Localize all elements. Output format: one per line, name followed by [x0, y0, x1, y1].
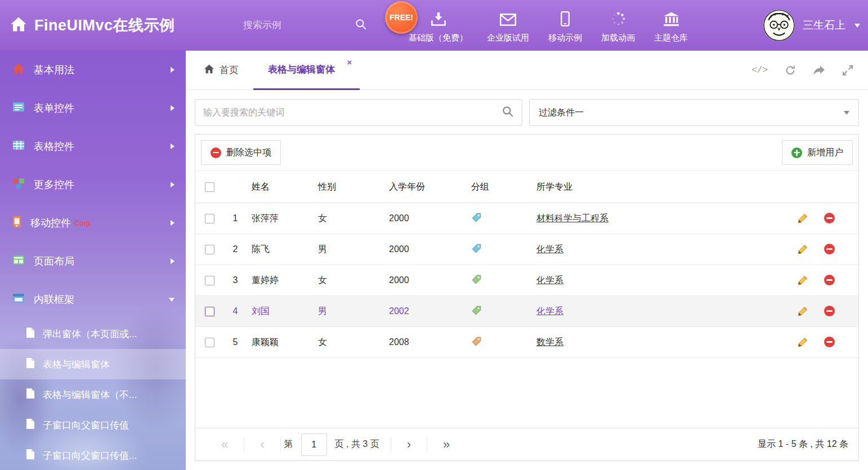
row-number: 1: [223, 213, 247, 223]
top-search-input[interactable]: [243, 20, 322, 31]
sidebar-item-page-layout[interactable]: 页面布局: [0, 242, 186, 280]
nav-item-label: 基础版（免费）: [409, 33, 468, 43]
column-header-group: 分组: [467, 181, 532, 193]
app-window: FineUIMvc在线示例 FREE! 基础版（免费） 企业版试用: [0, 0, 868, 470]
major-link[interactable]: 化学系: [536, 275, 563, 285]
delete-selected-button[interactable]: 删除选中项: [201, 140, 281, 165]
column-header-gender: 性别: [314, 181, 384, 193]
prev-page-button[interactable]: ‹: [244, 438, 280, 451]
sidebar-subitem-child-to-parent-2[interactable]: 子窗口向父窗口传值...: [0, 440, 186, 470]
edit-icon[interactable]: [797, 306, 808, 317]
delete-icon[interactable]: [824, 213, 835, 224]
major-link[interactable]: 材料科学与工程系: [536, 213, 609, 223]
sidebar-subitem-child-to-parent[interactable]: 子窗口向父窗口传值: [0, 410, 186, 440]
major-link[interactable]: 化学系: [536, 306, 563, 316]
layout-icon: [12, 254, 25, 268]
filter-row: 过滤条件一: [195, 99, 859, 126]
filter-dropdown[interactable]: 过滤条件一: [529, 99, 859, 126]
add-user-button[interactable]: 新增用户: [782, 140, 853, 165]
delete-icon[interactable]: [824, 306, 835, 317]
table-row[interactable]: 5 康颖颖 女 2008 数学系: [195, 327, 858, 358]
table-row[interactable]: 2 陈飞 男 2000 化学系: [195, 234, 858, 265]
chevron-right-icon: [171, 67, 175, 73]
sidebar-item-form-controls[interactable]: 表单控件: [0, 89, 186, 127]
sidebar-subitem-grid-edit-window-2[interactable]: 表格与编辑窗体（不...: [0, 379, 186, 410]
tab-grid-edit-window[interactable]: 表格与编辑窗体 ×: [253, 51, 360, 90]
edit-icon[interactable]: [797, 337, 808, 348]
top-header: FineUIMvc在线示例 FREE! 基础版（免费） 企业版试用: [0, 0, 868, 51]
spinner-icon: [611, 11, 626, 28]
sidebar-item-mobile-controls[interactable]: 移动控件 Corp.: [0, 204, 186, 242]
major-link[interactable]: 数学系: [536, 337, 563, 347]
tag-icon: [471, 336, 482, 347]
refresh-icon[interactable]: [785, 65, 796, 76]
nav-item-enterprise-trial[interactable]: 企业版试用: [487, 13, 529, 43]
mobile-icon: [12, 216, 21, 230]
grid-toolbar: 删除选中项 新增用户: [195, 135, 858, 171]
page-label-prefix: 第: [281, 438, 297, 450]
tab-home[interactable]: 首页: [189, 51, 253, 89]
sidebar-item-table-controls[interactable]: 表格控件: [0, 127, 186, 165]
expand-icon[interactable]: [842, 65, 853, 76]
file-icon: [26, 327, 35, 341]
next-page-button[interactable]: ›: [391, 438, 427, 451]
first-page-button[interactable]: «: [205, 438, 244, 451]
sidebar-subitem-grid-edit-window[interactable]: 表格与编辑窗体: [0, 349, 186, 379]
column-header-year: 入学年份: [384, 181, 467, 193]
cell-year: 2000: [384, 244, 467, 254]
last-page-button[interactable]: »: [427, 438, 466, 451]
home-icon: [204, 64, 214, 77]
search-icon[interactable]: [355, 18, 367, 33]
cell-year: 2000: [384, 275, 467, 285]
tag-icon: [471, 212, 482, 223]
cell-year: 2002: [384, 306, 467, 316]
bank-icon: [663, 12, 679, 28]
row-checkbox[interactable]: [205, 245, 214, 254]
table-row-selected[interactable]: 4 刘国 男 2002 化学系: [195, 296, 858, 327]
cell-name: 陈飞: [247, 244, 314, 256]
row-checkbox[interactable]: [205, 338, 214, 347]
major-link[interactable]: 化学系: [536, 244, 563, 254]
frame-icon: [12, 293, 25, 306]
delete-icon[interactable]: [824, 244, 835, 255]
table-row[interactable]: 1 张萍萍 女 2000 材料科学与工程系: [195, 203, 858, 234]
row-checkbox[interactable]: [205, 307, 214, 316]
edit-icon[interactable]: [797, 275, 808, 286]
chevron-right-icon: [171, 258, 175, 264]
cell-name: 董婷婷: [247, 275, 314, 287]
top-search: [243, 0, 367, 51]
chevron-down-icon: [844, 111, 849, 115]
nav-item-basic-edition[interactable]: 基础版（免费）: [409, 12, 468, 43]
table-row[interactable]: 3 董婷婷 女 2000 化学系: [195, 265, 858, 296]
sidebar-subitem-popup-window[interactable]: 弹出窗体（本页面或...: [0, 319, 186, 349]
page-number-input[interactable]: [301, 433, 327, 456]
column-header-name: 姓名: [247, 181, 314, 193]
sidebar-item-inline-frame[interactable]: 内联框架: [0, 280, 186, 319]
row-checkbox[interactable]: [205, 276, 214, 285]
mobile-icon: [560, 11, 570, 28]
sidebar-item-basic-usage[interactable]: 基本用法: [0, 51, 186, 89]
table-header: 姓名 性别 入学年份 分组 所学专业: [195, 171, 858, 203]
form-icon: [12, 101, 25, 115]
code-icon[interactable]: </>: [751, 65, 768, 75]
sidebar: 基本用法 表单控件 表格控件 更多控件 移动控件 Corp.: [0, 51, 186, 470]
nav-item-loading-animation[interactable]: 加载动画: [601, 11, 635, 43]
close-icon[interactable]: ×: [347, 57, 352, 67]
search-icon[interactable]: [502, 105, 514, 120]
user-menu[interactable]: 三生石上: [763, 0, 860, 51]
nav-item-theme-store[interactable]: 主题仓库: [654, 12, 688, 43]
keyword-search-input[interactable]: [203, 108, 502, 118]
nav-item-mobile-demo[interactable]: 移动示例: [548, 11, 582, 43]
tab-bar: 首页 表格与编辑窗体 × </>: [186, 51, 868, 90]
nav-item-label: 加载动画: [601, 33, 635, 43]
record-count-summary: 显示 1 - 5 条 , 共 12 条: [758, 438, 848, 450]
sidebar-item-more-controls[interactable]: 更多控件: [0, 165, 186, 204]
row-checkbox[interactable]: [205, 214, 214, 223]
edit-icon[interactable]: [797, 244, 808, 255]
edit-icon[interactable]: [797, 213, 808, 224]
delete-icon[interactable]: [824, 337, 835, 348]
share-icon[interactable]: [813, 65, 825, 75]
select-all-checkbox[interactable]: [205, 182, 214, 192]
brand[interactable]: FineUIMvc在线示例: [10, 0, 175, 51]
delete-icon[interactable]: [824, 275, 835, 286]
